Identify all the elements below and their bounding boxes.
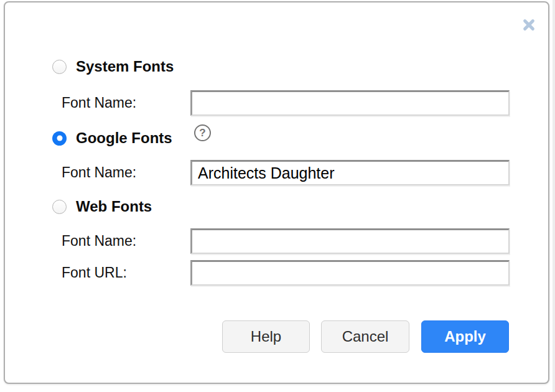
- radio-row-system-fonts: System Fonts: [52, 59, 174, 74]
- system-font-name-input[interactable]: [190, 90, 510, 116]
- apply-button[interactable]: Apply: [421, 320, 509, 353]
- web-font-name-input[interactable]: [190, 228, 510, 254]
- close-icon[interactable]: [521, 17, 537, 33]
- field-row-google-font-name: Font Name:: [62, 160, 510, 185]
- radio-label-google-fonts: Google Fonts: [76, 129, 172, 147]
- web-font-name-label: Font Name:: [62, 233, 190, 250]
- page-background: System Fonts Font Name: Google Fonts ? F…: [0, 0, 555, 392]
- page-edge-strip: [553, 0, 555, 392]
- radio-row-google-fonts: Google Fonts: [52, 131, 172, 146]
- help-button[interactable]: Help: [222, 320, 310, 353]
- help-icon-glyph: ?: [199, 128, 205, 138]
- radio-google-fonts[interactable]: [52, 131, 67, 146]
- field-row-system-font-name: Font Name:: [62, 90, 510, 116]
- cancel-button[interactable]: Cancel: [321, 320, 409, 353]
- radio-label-web-fonts: Web Fonts: [76, 198, 152, 215]
- google-font-name-input[interactable]: [190, 160, 510, 185]
- web-font-url-input[interactable]: [190, 260, 510, 286]
- font-settings-dialog: System Fonts Font Name: Google Fonts ? F…: [4, 1, 549, 384]
- google-font-name-label: Font Name:: [62, 164, 190, 181]
- field-row-web-font-name: Font Name:: [62, 228, 510, 254]
- help-icon[interactable]: ?: [194, 124, 211, 141]
- system-font-name-label: Font Name:: [62, 95, 190, 111]
- radio-web-fonts[interactable]: [52, 200, 67, 214]
- web-font-url-label: Font URL:: [62, 264, 190, 281]
- radio-label-system-fonts: System Fonts: [76, 58, 174, 75]
- radio-row-web-fonts: Web Fonts: [52, 199, 152, 214]
- radio-system-fonts[interactable]: [52, 60, 67, 74]
- field-row-web-font-url: Font URL:: [62, 260, 510, 286]
